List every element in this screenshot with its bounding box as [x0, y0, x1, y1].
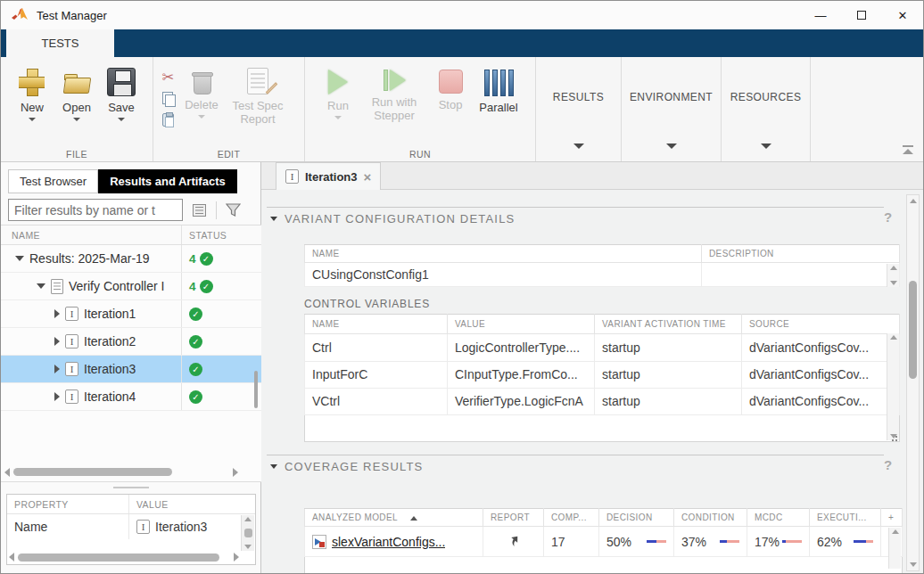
scroll-up-icon[interactable]	[910, 199, 917, 203]
coverage-table-scrollbar[interactable]	[888, 528, 901, 569]
copy-button[interactable]	[161, 91, 176, 106]
cv-value-header[interactable]: VALUE	[448, 315, 595, 334]
save-button[interactable]: Save	[100, 64, 143, 121]
parallel-button[interactable]: Parallel	[474, 64, 524, 114]
report-header[interactable]: REPORT	[483, 509, 544, 527]
saved-filters-button[interactable]	[187, 200, 210, 221]
variant-section-header[interactable]: VARIANT CONFIGURATION DETAILS	[270, 212, 515, 226]
tree-row-iteration1[interactable]: I Iteration1 ✓	[1, 300, 261, 328]
scrollbar-thumb[interactable]	[13, 468, 172, 476]
cv-row-vctrl[interactable]: VCtrl VerifierType.LogicFcnA startup dVa…	[305, 388, 900, 414]
tree-row-iteration3[interactable]: I Iteration3 ✓	[1, 356, 261, 383]
delete-button[interactable]: Delete	[180, 64, 223, 119]
paste-button[interactable]	[161, 112, 176, 127]
scroll-up-icon[interactable]	[244, 517, 252, 521]
help-icon[interactable]: ?	[884, 209, 892, 225]
name-column-header[interactable]: NAME	[1, 230, 181, 241]
scrollbar-thumb[interactable]	[18, 554, 219, 562]
test-spec-report-button[interactable]: Test Spec Report	[225, 64, 291, 126]
open-report-icon[interactable]	[507, 534, 520, 546]
environment-dropdown[interactable]: ENVIRONMENT	[622, 57, 722, 161]
new-button[interactable]: New	[11, 64, 54, 121]
expander-down-icon[interactable]	[37, 283, 45, 289]
config-name-header[interactable]: NAME	[305, 245, 702, 263]
table-resize-grip[interactable]	[889, 433, 897, 441]
tree-row-iteration4[interactable]: I Iteration4 ✓	[1, 383, 261, 411]
main-panel: I Iteration3 × VARIANT CONFIGURATION DET…	[261, 162, 923, 574]
expander-right-icon[interactable]	[54, 309, 60, 318]
scroll-right-icon[interactable]	[233, 468, 238, 477]
scroll-up-icon[interactable]	[890, 266, 897, 270]
cv-name-header[interactable]: NAME	[305, 315, 448, 334]
cv-row-ctrl[interactable]: Ctrl LogicControllerType.... startup dVa…	[305, 334, 900, 361]
model-link[interactable]: slexVariantConfigs...	[332, 535, 445, 549]
scroll-up-icon[interactable]	[892, 529, 899, 534]
condition-header[interactable]: CONDITION	[674, 509, 747, 527]
resources-dropdown[interactable]: RESOURCES	[722, 57, 811, 161]
tree-row-test-file[interactable]: Verify Controller I 4✓	[1, 273, 261, 300]
panel-split-handle[interactable]	[113, 487, 149, 488]
scroll-down-icon[interactable]	[890, 281, 897, 285]
mcdc-header[interactable]: MCDC	[747, 509, 810, 527]
config-table-scrollbar[interactable]	[887, 264, 899, 287]
maximize-button[interactable]	[841, 1, 882, 29]
execution-header[interactable]: EXECUTI...	[810, 509, 881, 527]
complexity-header[interactable]: COMP...	[544, 509, 599, 527]
scroll-left-icon[interactable]	[9, 553, 14, 562]
stop-button[interactable]: Stop	[429, 64, 472, 111]
tab-iteration3[interactable]: I Iteration3 ×	[276, 162, 381, 190]
config-description-header[interactable]: DESCRIPTION	[702, 245, 900, 263]
scrollbar-thumb[interactable]	[244, 529, 252, 537]
help-icon[interactable]: ?	[884, 457, 892, 472]
scroll-down-icon[interactable]	[244, 545, 252, 549]
scroll-right-icon[interactable]	[234, 553, 239, 562]
cv-table-scrollbar[interactable]	[887, 333, 899, 440]
close-button[interactable]: ✕	[882, 1, 923, 29]
cv-activation-header[interactable]: VARIANT ACTIVATION TIME	[595, 315, 742, 334]
ribbon-toolbar: New Open Save FILE ✂ Delete Test Spec R	[1, 57, 923, 162]
tab-tests[interactable]: TESTS	[6, 29, 114, 57]
tab-test-browser[interactable]: Test Browser	[8, 169, 98, 193]
add-column-button[interactable]: +	[881, 509, 903, 527]
property-vertical-scrollbar[interactable]	[241, 515, 254, 551]
run-button[interactable]: Run	[317, 64, 359, 119]
main-vertical-scrollbar[interactable]	[906, 194, 920, 571]
scrollbar-thumb[interactable]	[909, 281, 917, 379]
collapse-ribbon-button[interactable]	[902, 145, 914, 154]
decision-header[interactable]: DECISION	[599, 509, 674, 527]
property-horizontal-scrollbar[interactable]	[9, 552, 239, 562]
tree-row-results[interactable]: Results: 2025-Mar-19 4✓	[1, 245, 261, 273]
results-dropdown[interactable]: RESULTS	[536, 57, 622, 161]
panel-resize-handle[interactable]	[254, 371, 258, 408]
expander-right-icon[interactable]	[54, 337, 60, 346]
collapse-section-icon[interactable]	[270, 217, 277, 221]
scroll-down-icon[interactable]	[910, 562, 917, 567]
cv-row-inputforc[interactable]: InputForC CInputType.FromCo... startup d…	[305, 361, 900, 388]
property-row-name[interactable]: Name I Iteration3	[7, 514, 255, 539]
tree-horizontal-scrollbar[interactable]	[4, 466, 238, 478]
tree-row-iteration2[interactable]: I Iteration2 ✓	[1, 328, 261, 356]
status-column-header[interactable]: STATUS	[181, 226, 261, 244]
expander-right-icon[interactable]	[54, 392, 60, 401]
minimize-button[interactable]: —	[800, 1, 841, 29]
tab-results-and-artifacts[interactable]: Results and Artifacts	[98, 169, 237, 193]
analyzed-model-header[interactable]: ANALYZED MODEL	[305, 509, 483, 527]
coverage-row[interactable]: slexVariantConfigs... 17 50% 37% 17% 62%	[305, 527, 903, 557]
cv-source-header[interactable]: SOURCE	[742, 315, 900, 334]
filter-button[interactable]	[221, 200, 244, 221]
open-button[interactable]: Open	[55, 64, 98, 121]
divider	[216, 201, 217, 219]
run-with-stepper-button[interactable]: Run with Stepper	[361, 64, 427, 122]
expander-right-icon[interactable]	[54, 365, 60, 373]
scroll-left-icon[interactable]	[4, 468, 10, 477]
scroll-up-icon[interactable]	[890, 335, 897, 340]
filter-results-input[interactable]	[8, 199, 183, 221]
pass-check-icon: ✓	[189, 390, 202, 404]
cut-button[interactable]: ✂	[161, 70, 176, 85]
coverage-section-header[interactable]: COVERAGE RESULTS	[270, 460, 424, 473]
close-tab-icon[interactable]: ×	[364, 170, 372, 184]
config-row[interactable]: CUsingConstConfig1	[305, 263, 900, 287]
collapse-section-icon[interactable]	[270, 464, 277, 469]
expander-down-icon[interactable]	[15, 256, 24, 261]
funnel-icon	[226, 203, 241, 217]
